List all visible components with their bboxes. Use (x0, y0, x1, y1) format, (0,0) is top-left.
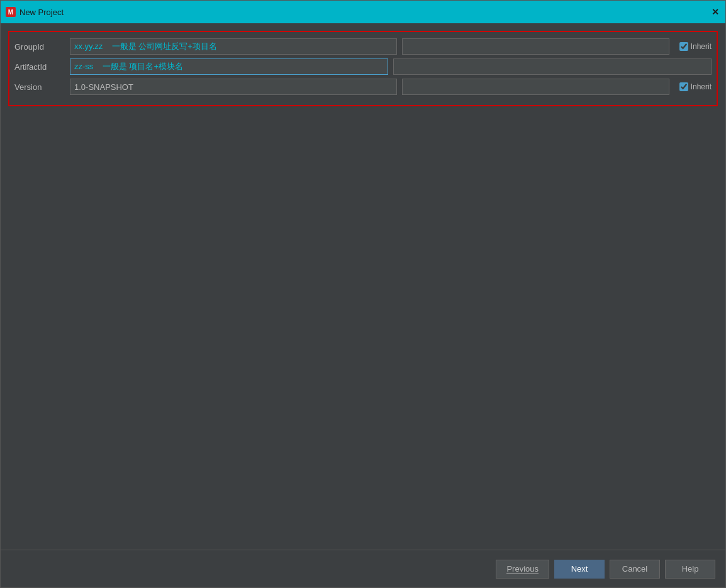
cancel-button[interactable]: Cancel (610, 560, 660, 579)
version-right-input[interactable] (402, 79, 669, 95)
new-project-window: M New Project ✕ GroupId Inherit Artifact… (0, 0, 726, 588)
title-bar-left: M New Project (6, 7, 64, 17)
artifactid-input[interactable] (70, 58, 388, 75)
next-button[interactable]: Next (554, 560, 605, 579)
help-button[interactable]: Help (665, 560, 715, 579)
content-area: GroupId Inherit ArtifactId Version (1, 23, 725, 550)
artifactid-label: ArtifactId (14, 62, 65, 72)
groupid-inherit-check: Inherit (679, 42, 712, 51)
groupid-inherit-checkbox[interactable] (679, 42, 688, 51)
version-row: Version Inherit (14, 79, 712, 95)
version-inherit-label: Inherit (691, 82, 712, 91)
version-inherit-checkbox[interactable] (679, 82, 688, 91)
groupid-inherit-label: Inherit (691, 42, 712, 51)
version-inherit-check: Inherit (679, 82, 712, 91)
title-bar: M New Project ✕ (1, 1, 725, 23)
groupid-label: GroupId (14, 42, 65, 52)
artifactid-row: ArtifactId (14, 58, 712, 75)
form-box: GroupId Inherit ArtifactId Version (8, 31, 718, 106)
content-spacer (8, 113, 718, 542)
close-button[interactable]: ✕ (710, 7, 720, 17)
previous-button[interactable]: Previous (496, 560, 549, 579)
artifactid-right-input[interactable] (393, 58, 712, 75)
groupid-right-input[interactable] (402, 38, 669, 55)
version-label: Version (14, 82, 65, 92)
bottom-bar: Previous Next Cancel Help (1, 550, 725, 587)
groupid-input[interactable] (70, 38, 397, 55)
groupid-row: GroupId Inherit (14, 38, 712, 55)
window-title: New Project (20, 8, 64, 17)
app-icon: M (6, 7, 16, 17)
version-input[interactable] (70, 79, 397, 95)
